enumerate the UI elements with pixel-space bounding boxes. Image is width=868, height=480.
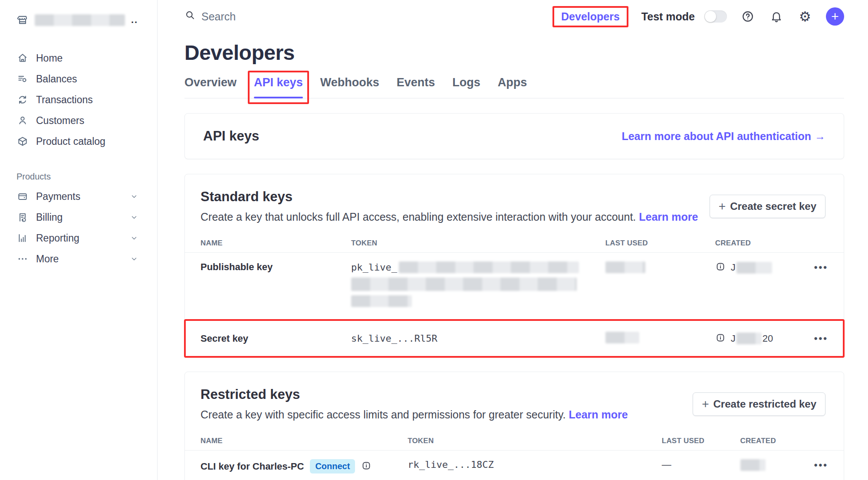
account-switcher[interactable]: .. — [16, 11, 157, 29]
cli-key-name: CLI key for Charles-PC — [201, 461, 304, 472]
tab-events[interactable]: Events — [397, 76, 435, 89]
standard-keys-card: Standard keys Create a key that unlocks … — [184, 174, 844, 357]
restricted-keys-description: Create a key with specific access limits… — [201, 408, 566, 421]
settings-gear-icon[interactable]: ⚙ — [797, 9, 813, 24]
standard-keys-title: Standard keys — [201, 189, 698, 205]
toggle-knob — [705, 11, 716, 22]
more-dots-icon — [16, 253, 29, 265]
help-icon[interactable] — [740, 9, 756, 24]
account-name-redacted — [35, 14, 125, 26]
test-mode-label: Test mode — [641, 10, 695, 23]
info-icon[interactable] — [715, 333, 726, 345]
sidebar-item-label: Product catalog — [36, 136, 105, 147]
tab-bar: Overview API keys Webhooks Events Logs A… — [184, 76, 844, 98]
sidebar-item-label: Reporting — [36, 232, 79, 244]
sidebar-item-more[interactable]: More — [16, 248, 157, 269]
storefront-icon — [16, 14, 29, 26]
sidebar-item-payments[interactable]: Payments — [16, 186, 157, 207]
topbar: Search Developers Test mode — [184, 0, 844, 33]
info-icon[interactable] — [715, 261, 726, 274]
create-plus-button[interactable]: + — [826, 7, 844, 26]
info-icon[interactable] — [361, 460, 372, 473]
row-overflow-menu[interactable]: ••• — [814, 460, 828, 470]
api-keys-card-title: API keys — [203, 128, 259, 144]
test-mode-toggle[interactable] — [704, 10, 727, 23]
created-redacted — [736, 262, 772, 274]
tab-logs[interactable]: Logs — [452, 76, 480, 89]
sidebar-item-label: Transactions — [36, 94, 93, 106]
sidebar-item-label: Home — [36, 52, 62, 64]
page-title: Developers — [184, 41, 844, 65]
api-keys-card: API keys Learn more about API authentica… — [184, 113, 844, 159]
sidebar-item-transactions[interactable]: Transactions — [16, 89, 157, 110]
last-used-cell — [605, 332, 715, 345]
tab-webhooks[interactable]: Webhooks — [320, 76, 379, 89]
token-redacted-block — [351, 278, 577, 291]
plus-icon: + — [831, 9, 839, 24]
sidebar-item-label: Customers — [36, 115, 84, 127]
sidebar-item-reporting[interactable]: Reporting — [16, 228, 157, 248]
home-icon — [16, 52, 29, 64]
created-cell: J 20 — [715, 333, 797, 345]
plus-icon: + — [702, 397, 709, 411]
tab-apps[interactable]: Apps — [498, 76, 527, 89]
sidebar-item-home[interactable]: Home — [16, 48, 157, 69]
sidebar-item-balances[interactable]: Balances — [16, 69, 157, 89]
chevron-down-icon[interactable] — [130, 234, 138, 242]
created-redacted — [736, 333, 762, 344]
sidebar-item-product-catalog[interactable]: Product catalog — [16, 131, 157, 152]
standard-keys-table-header: NAME TOKEN LAST USED CREATED — [185, 234, 844, 253]
connect-badge[interactable]: Connect — [310, 459, 355, 473]
restricted-keys-learn-more-link[interactable]: Learn more — [569, 408, 628, 421]
sidebar-item-label: More — [36, 253, 59, 265]
secret-key-token[interactable]: sk_live_...Rl5R — [351, 333, 605, 344]
created-redacted — [740, 459, 766, 471]
sidebar-item-label: Balances — [36, 73, 77, 85]
restricted-keys-title: Restricted keys — [201, 387, 628, 402]
annotation-box-developers: Developers — [552, 6, 628, 27]
token-redacted-block — [351, 295, 412, 307]
developers-link[interactable]: Developers — [561, 10, 620, 23]
transactions-icon — [16, 94, 29, 106]
sidebar-item-label: Billing — [36, 212, 62, 223]
standard-keys-description: Create a key that unlocks full API acces… — [201, 211, 636, 223]
account-name-suffix: .. — [131, 14, 138, 26]
publishable-key-token[interactable]: pk_live_ — [351, 261, 605, 311]
standard-keys-learn-more-link[interactable]: Learn more — [639, 211, 698, 223]
sidebar-section-products: Products — [16, 172, 157, 182]
table-row-secret-key: Secret key sk_live_...Rl5R J — [185, 320, 844, 356]
tab-overview[interactable]: Overview — [184, 76, 237, 89]
learn-more-api-auth-link[interactable]: Learn more about API authentication → — [621, 130, 825, 143]
notifications-bell-icon[interactable] — [769, 9, 784, 24]
active-tab-indicator — [254, 97, 303, 98]
customers-icon — [16, 114, 29, 127]
arrow-right-icon: → — [815, 130, 825, 143]
sidebar-item-billing[interactable]: Billing — [16, 207, 157, 228]
cli-key-token[interactable]: rk_live_...18CZ — [408, 459, 662, 470]
sidebar: .. Home Balances — [0, 0, 158, 480]
row-overflow-menu[interactable]: ••• — [814, 262, 828, 273]
restricted-keys-card: Restricted keys Create a key with specif… — [184, 372, 844, 480]
sidebar-item-customers[interactable]: Customers — [16, 110, 157, 131]
search-icon — [184, 10, 196, 23]
create-secret-key-button[interactable]: + Create secret key — [710, 195, 825, 218]
chevron-down-icon[interactable] — [130, 193, 138, 200]
chevron-down-icon[interactable] — [130, 213, 138, 221]
search-placeholder: Search — [201, 10, 236, 23]
restricted-keys-table-header: NAME TOKEN LAST USED CREATED — [185, 431, 844, 451]
row-overflow-menu[interactable]: ••• — [814, 333, 828, 344]
restricted-keys-header: Restricted keys Create a key with specif… — [201, 387, 628, 421]
search-input[interactable]: Search — [184, 10, 236, 23]
sidebar-nav: Home Balances Transactions — [16, 48, 157, 269]
last-used-empty: — — [662, 459, 671, 470]
chevron-down-icon[interactable] — [130, 255, 138, 263]
create-restricted-key-button[interactable]: + Create restricted key — [693, 392, 825, 416]
payments-icon — [16, 190, 29, 202]
stripe-dashboard: .. Home Balances — [0, 0, 868, 480]
table-row-publishable-key: Publishable key pk_live_ — [185, 253, 844, 320]
balances-icon — [16, 73, 29, 85]
created-cell — [740, 459, 797, 473]
table-row-cli-key: CLI key for Charles-PC Connect Expires i… — [185, 451, 844, 480]
tab-api-keys[interactable]: API keys — [254, 76, 303, 89]
token-redacted-block — [399, 261, 579, 273]
